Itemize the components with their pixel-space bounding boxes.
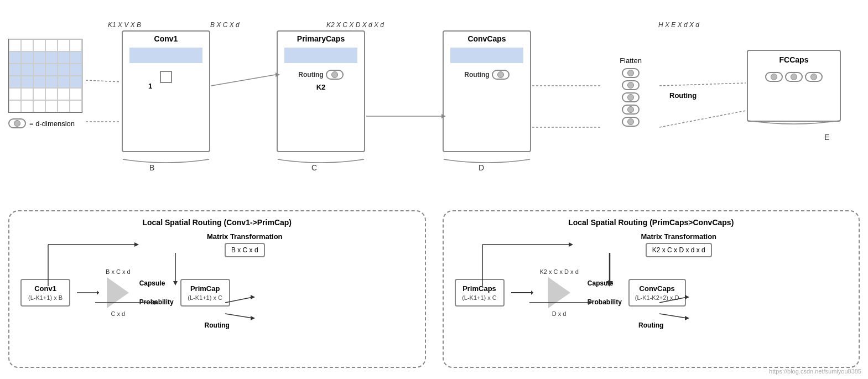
matrix-label-right: Matrix Transformation [510, 232, 848, 241]
panel-content-left: Conv1 (L-K1+1) x B B x C x d C x d Capsu… [20, 268, 414, 317]
brace-E: E [824, 133, 829, 142]
cell [58, 88, 70, 100]
matrix-box-right: K2 x C x D x d x d [646, 243, 712, 257]
matrix-transform-left: Matrix Transformation B x C x d [20, 232, 414, 257]
cell [45, 51, 58, 64]
triangle-bottom-label-left: C x d [111, 310, 125, 317]
cell [45, 88, 58, 100]
brace-B: B [149, 163, 154, 172]
cell [70, 76, 82, 88]
input-grid-wrapper: = d-dimension [8, 39, 82, 128]
flatten-cap-2 [622, 80, 640, 90]
triangle-shape-left [107, 277, 129, 308]
routing-label-cc: Routing [464, 71, 489, 79]
connector-svg-right [511, 271, 533, 315]
routing-label-pc: Routing [298, 71, 323, 79]
conv1-title: Conv1 [154, 34, 178, 43]
cell [9, 88, 21, 100]
bottom-area: Local Spatial Routing (Conv1->PrimCap) M… [0, 199, 868, 379]
cell [70, 100, 82, 112]
bottom-left-title: Local Spatial Routing (Conv1->PrimCap) [20, 218, 414, 227]
convcaps-title: ConvCaps [467, 34, 506, 43]
routing-label-right: Routing [455, 321, 848, 329]
cell [9, 100, 21, 112]
input-grid [8, 39, 82, 113]
primcaps-box-sub: (L-K1+1) x C [461, 294, 498, 301]
fccaps-block: FCCaps [747, 50, 841, 122]
number-1-label: 1 [148, 82, 152, 90]
cell [9, 39, 21, 51]
matrix-dim-left: B x C x d [76, 243, 414, 257]
cell [45, 76, 58, 88]
fccaps-caps-row [765, 72, 823, 82]
cell [70, 39, 82, 51]
bottom-right-title: Local Spatial Routing (PrimCaps>ConvCaps… [455, 218, 848, 227]
convcaps-bar [450, 48, 523, 63]
cell [33, 39, 45, 51]
cell [70, 51, 82, 64]
cap-prob-right: Capsule Probability [588, 279, 622, 306]
svg-line-9 [659, 111, 746, 127]
routing-k2-row: Routing [298, 70, 343, 80]
cell [58, 76, 70, 88]
cell [21, 64, 33, 76]
cap-pill-1 [326, 70, 344, 80]
primcap-sub: (L-K1+1) x C [187, 294, 224, 301]
label-hxexdxd: H X E X d X d [658, 21, 699, 29]
primcap-box: PrimCap (L-K1+1) x C [180, 279, 230, 307]
primarycaps-block: PrimaryCaps Routing K2 [277, 30, 365, 152]
conv1-box-sub: (L-K1+1) x B [27, 294, 64, 301]
flatten-cap-5 [622, 117, 640, 127]
label-k1xvxb: K1 X V X B [108, 21, 141, 29]
svg-line-8 [659, 83, 746, 86]
cell [33, 51, 45, 64]
cell [9, 76, 21, 88]
dimension-legend: = d-dimension [8, 118, 82, 128]
fccaps-cap-2 [785, 72, 803, 82]
cap-prob-left: Capsule Probability [139, 279, 174, 306]
flatten-cap-3 [622, 92, 640, 102]
svg-line-0 [86, 80, 121, 82]
triangle-right-panel: K2 x C x D x d D x d [540, 268, 579, 317]
matrix-transform-right: Matrix Transformation K2 x C x D x d x d [455, 232, 848, 257]
capsule-label-right: Capsule [588, 279, 614, 287]
k2-label: K2 [316, 83, 326, 91]
matrix-dim-right: K2 x C x D x d x d [510, 243, 848, 257]
cell [33, 100, 45, 112]
conv1-highlight-bar [129, 48, 202, 63]
fccaps-title: FCCaps [779, 55, 809, 64]
cell [45, 39, 58, 51]
label-bxcxd: B X C X d [210, 21, 240, 29]
triangle-bottom-label-right: D x d [552, 310, 566, 317]
convcaps-box-title: ConvCaps [635, 284, 679, 293]
cell [21, 100, 33, 112]
cell [58, 100, 70, 112]
cell [58, 39, 70, 51]
bottom-left-panel: Local Spatial Routing (Conv1->PrimCap) M… [8, 210, 426, 368]
conv1-diagram-box: Conv1 (L-K1+1) x B [20, 279, 70, 307]
convcaps-diagram-box: ConvCaps (L-K1-K2+2) x D [628, 279, 686, 307]
probability-label-right: Probability [588, 298, 622, 306]
triangle-left: B x C x d C x d [106, 268, 131, 317]
triangle-top-label-left: B x C x d [106, 268, 131, 275]
flatten-cap-4 [622, 105, 640, 115]
conv1-box-title: Conv1 [27, 284, 64, 293]
watermark: https://blog.csdn.net/sumiyou8385 [769, 368, 861, 375]
svg-marker-11 [97, 290, 99, 295]
flatten-area: Flatten [603, 30, 658, 152]
cell [33, 76, 45, 88]
cap-pill-2 [492, 70, 510, 80]
conv1-small-square [160, 71, 172, 83]
brace-C: C [311, 163, 317, 172]
cell [70, 64, 82, 76]
fccaps-cap-1 [765, 72, 783, 82]
cell [45, 100, 58, 112]
cell [45, 64, 58, 76]
cell [21, 76, 33, 88]
routing-label-left: Routing [20, 321, 414, 329]
cell [21, 51, 33, 64]
convcaps-block: ConvCaps Routing [443, 30, 531, 152]
primcap-title: PrimCap [187, 284, 224, 293]
connector-svg-left [77, 271, 99, 315]
routing-cc-row: Routing [464, 70, 509, 80]
